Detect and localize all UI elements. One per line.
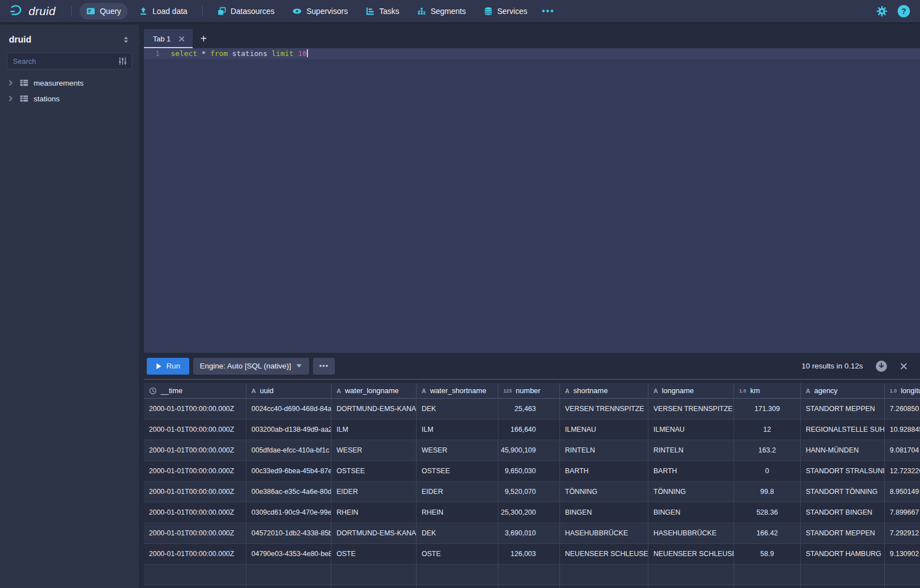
table-cell[interactable]: 25,463	[498, 399, 560, 419]
table-cell[interactable]: ILMENAU	[648, 419, 734, 440]
table-cell[interactable]: 12	[734, 419, 801, 440]
table-cell[interactable]: BINGEN	[560, 502, 648, 522]
table-cell[interactable]: STANDORT TÖNNING	[801, 482, 885, 502]
table-cell[interactable]: 25,300,200	[498, 502, 560, 522]
table-cell[interactable]: DORTMUND-EMS-KANAL	[331, 523, 417, 543]
nav-item-services[interactable]: Services	[477, 3, 534, 20]
table-cell[interactable]: TÖNNING	[648, 482, 734, 502]
editor-line-1[interactable]: 1 select * from stations limit 10	[144, 48, 920, 59]
sidebar-item-measurements[interactable]: measurements	[0, 75, 139, 91]
table-cell[interactable]: 2000-01-01T00:00:00.000Z	[144, 544, 246, 564]
table-cell[interactable]: 0024cc40-d690-468d-84a	[246, 399, 331, 419]
column-header-longname[interactable]: Alongname	[648, 383, 734, 398]
nav-item-tasks[interactable]: Tasks	[359, 3, 406, 20]
table-cell[interactable]: ILM	[417, 419, 498, 440]
table-cell[interactable]: 005dfdae-efcc-410a-bf1c	[246, 440, 331, 460]
run-more-button[interactable]: •••	[313, 358, 335, 375]
column-header-km[interactable]: 1.0km	[734, 383, 801, 398]
table-cell[interactable]	[560, 564, 648, 585]
table-cell[interactable]: 003200ab-d138-49d9-aa2	[246, 419, 331, 440]
table-cell[interactable]	[648, 564, 734, 585]
table-cell[interactable]	[885, 585, 920, 588]
table-cell[interactable]	[417, 564, 498, 585]
table-cell[interactable]: BARTH	[648, 461, 734, 481]
table-cell[interactable]: OSTSEE	[331, 461, 417, 481]
table-cell[interactable]: ILMENAU	[560, 419, 648, 440]
table-cell[interactable]: EIDER	[417, 482, 498, 502]
sql-editor[interactable]: 1 select * from stations limit 10	[144, 48, 920, 353]
schema-selector[interactable]: druid	[0, 25, 139, 52]
column-header-water_shortname[interactable]: Awater_shortname	[417, 383, 498, 398]
table-cell[interactable]: HASEHUBBRÜCKE	[560, 523, 648, 543]
table-cell[interactable]: 2000-01-01T00:00:00.000Z	[144, 523, 246, 543]
table-cell[interactable]	[560, 585, 648, 588]
table-cell[interactable]	[144, 585, 246, 588]
table-cell[interactable]: EIDER	[331, 482, 417, 502]
table-cell[interactable]: WESER	[417, 440, 498, 460]
engine-select-button[interactable]: Engine: Auto [SQL (native)]	[193, 358, 309, 375]
table-cell[interactable]: DORTMUND-EMS-KANAL	[331, 399, 417, 419]
table-cell[interactable]: RINTELN	[560, 440, 648, 460]
table-cell[interactable]: 166.42	[734, 523, 801, 543]
table-cell[interactable]: STANDORT HAMBURG	[801, 544, 885, 564]
table-cell[interactable]: DEK	[417, 523, 498, 543]
column-header-__time[interactable]: __time	[144, 383, 246, 398]
table-cell[interactable]	[331, 585, 417, 588]
table-cell[interactable]	[246, 564, 331, 585]
table-cell[interactable]: 7.260850	[885, 399, 920, 419]
column-header-shortname[interactable]: Ashortname	[560, 383, 648, 398]
table-cell[interactable]: 99.8	[734, 482, 801, 502]
table-cell[interactable]	[801, 564, 885, 585]
table-cell[interactable]: ILM	[331, 419, 417, 440]
table-cell[interactable]: 2000-01-01T00:00:00.000Z	[144, 419, 246, 440]
nav-item-datasources[interactable]: Datasources	[211, 3, 282, 20]
gear-icon[interactable]	[876, 6, 888, 17]
table-cell[interactable]: OSTE	[417, 544, 498, 564]
sidebar-item-stations[interactable]: stations	[0, 91, 139, 106]
table-cell[interactable]	[331, 564, 417, 585]
nav-item-segments[interactable]: Segments	[410, 3, 473, 20]
sliders-icon[interactable]	[118, 57, 132, 66]
table-cell[interactable]: 9.081704	[885, 440, 920, 460]
table-cell[interactable]	[801, 585, 885, 588]
table-cell[interactable]: 9.130902	[885, 544, 920, 564]
nav-item-load-data[interactable]: Load data	[132, 3, 194, 20]
table-cell[interactable]: 528.36	[734, 502, 801, 522]
table-cell[interactable]: RHEIN	[417, 502, 498, 522]
table-cell[interactable]	[734, 585, 801, 588]
table-cell[interactable]	[648, 585, 734, 588]
table-cell[interactable]	[498, 564, 560, 585]
sql-code-line[interactable]: select * from stations limit 10	[166, 48, 308, 59]
column-header-longitude[interactable]: 1.0longitude	[885, 383, 920, 398]
table-cell[interactable]: 04790e03-4353-4e80-be8	[246, 544, 331, 564]
table-cell[interactable]: STANDORT MEPPEN	[801, 399, 885, 419]
table-cell[interactable]: STANDORT MEPPEN	[801, 523, 885, 543]
nav-more-button[interactable]: •••	[536, 6, 561, 16]
search-input[interactable]	[7, 57, 118, 66]
table-cell[interactable]: 2000-01-01T00:00:00.000Z	[144, 461, 246, 481]
table-cell[interactable]	[144, 564, 246, 585]
table-cell[interactable]: VERSEN TRENNSPITZE	[648, 399, 734, 419]
table-cell[interactable]: HASEHUBBRÜCKE	[648, 523, 734, 543]
table-cell[interactable]: HANN-MÜNDEN	[801, 440, 885, 460]
table-cell[interactable]: 7.899667	[885, 502, 920, 522]
table-cell[interactable]: 2000-01-01T00:00:00.000Z	[144, 482, 246, 502]
table-cell[interactable]: 58.9	[734, 544, 801, 564]
table-cell[interactable]: STANDORT STRALSUND	[801, 461, 885, 481]
table-cell[interactable]: 2000-01-01T00:00:00.000Z	[144, 440, 246, 460]
table-cell[interactable]: BARTH	[560, 461, 648, 481]
table-cell[interactable]: 3,690,010	[498, 523, 560, 543]
table-cell[interactable]: NEUENSEER SCHLEUSENK	[648, 544, 734, 564]
table-cell[interactable]: 00e386ac-e35c-4a6e-80d	[246, 482, 331, 502]
column-header-agency[interactable]: Aagency	[801, 383, 885, 398]
table-cell[interactable]: 171.309	[734, 399, 801, 419]
table-cell[interactable]: 8.950149	[885, 482, 920, 502]
table-cell[interactable]: WESER	[331, 440, 417, 460]
table-cell[interactable]: 7.292912	[885, 523, 920, 543]
table-cell[interactable]: 9,520,070	[498, 482, 560, 502]
table-cell[interactable]: 45,900,109	[498, 440, 560, 460]
table-cell[interactable]: 10.928845	[885, 419, 920, 440]
table-cell[interactable]: STANDORT BINGEN	[801, 502, 885, 522]
table-cell[interactable]: DEK	[417, 399, 498, 419]
table-cell[interactable]: TÖNNING	[560, 482, 648, 502]
